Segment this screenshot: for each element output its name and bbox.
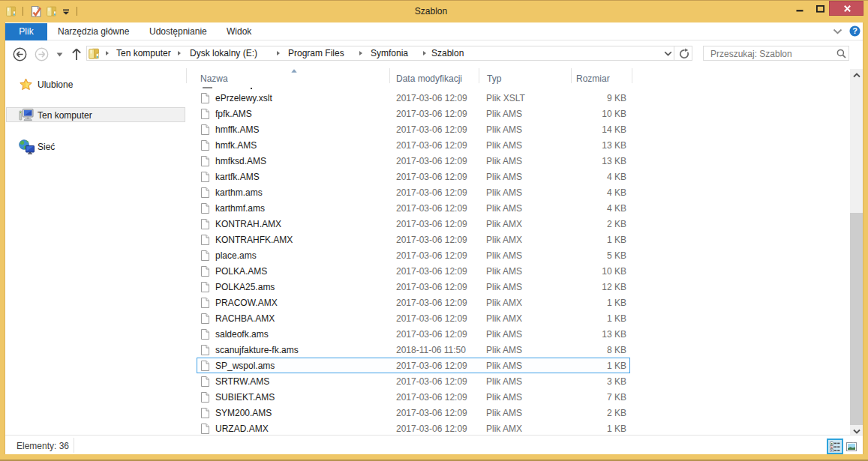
- svg-text:?: ?: [852, 26, 857, 35]
